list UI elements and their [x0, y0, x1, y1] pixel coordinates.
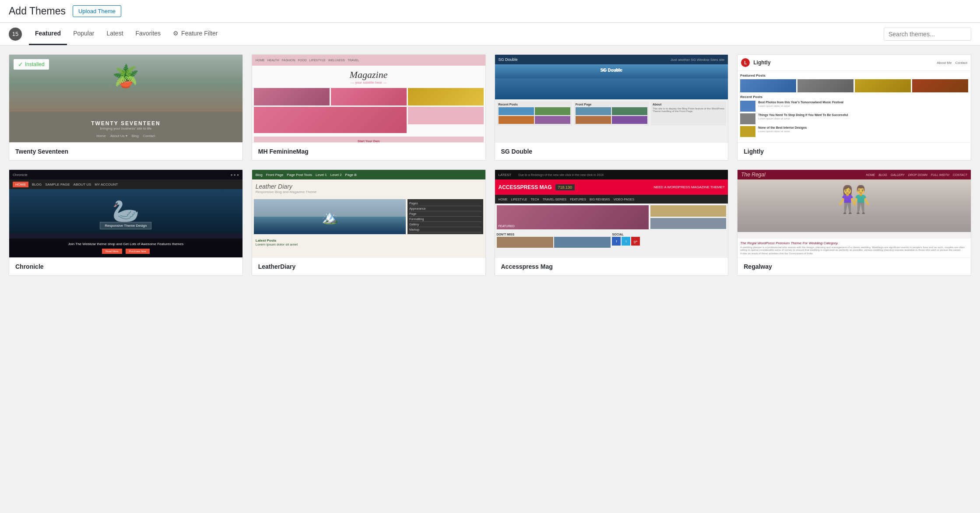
theme-preview: BlogFront PagePage Post ToolsLevel 1Leve… [252, 170, 485, 257]
theme-card-mh-femininemag[interactable]: HOMEHEALTHFASHIONFOODLIFESTYLEWELLNESSTR… [252, 54, 486, 161]
search-wrap [884, 24, 971, 44]
theme-name: LeatherDiary [252, 257, 485, 275]
theme-card-accesspress-mag[interactable]: LATEST Due to a Redesign of the new site… [495, 169, 729, 276]
theme-preview: HOMEHEALTHFASHIONFOODLIFESTYLEWELLNESSTR… [252, 55, 485, 142]
theme-card-twenty-seventeen[interactable]: 🪴 TWENTY SEVENTEEN bringing your busines… [9, 54, 243, 161]
theme-preview: The Regal HOME BLOG GALLERY DROP DOWN FU… [738, 170, 971, 257]
upload-theme-button[interactable]: Upload Theme [73, 5, 121, 17]
theme-name: MH FeminineMag [252, 142, 485, 160]
theme-name: Chronicle [9, 257, 242, 275]
tab-favorites[interactable]: Favorites [130, 23, 167, 45]
theme-name: Regalway [738, 257, 971, 275]
gear-icon: ⚙ [173, 30, 179, 37]
nav-tabs: Featured Popular Latest Favorites ⚙ Feat… [29, 23, 224, 45]
theme-preview: Chronicle ● ● ● HOME BLOG SAMPLE PAGE AB… [9, 170, 242, 257]
theme-name: Accesspress Mag [495, 257, 728, 275]
page-title: Add Themes [9, 5, 66, 17]
theme-preview: 🪴 TWENTY SEVENTEEN bringing your busines… [9, 55, 242, 142]
installed-label: Installed [25, 61, 45, 67]
tab-popular[interactable]: Popular [67, 23, 100, 45]
nav-bar: 15 Featured Popular Latest Favorites ⚙ F… [0, 23, 980, 46]
installed-badge: ✓ Installed [14, 59, 49, 70]
theme-count-badge: 15 [9, 28, 22, 41]
theme-card-leatherdiary[interactable]: BlogFront PagePage Post ToolsLevel 1Leve… [252, 169, 486, 276]
themes-grid: 🪴 TWENTY SEVENTEEN bringing your busines… [0, 46, 980, 285]
tab-feature-filter[interactable]: ⚙ Feature Filter [167, 23, 224, 45]
theme-card-regalway[interactable]: The Regal HOME BLOG GALLERY DROP DOWN FU… [737, 169, 971, 276]
top-bar: Add Themes Upload Theme [0, 0, 980, 23]
search-input[interactable] [884, 28, 971, 41]
theme-card-chronicle[interactable]: Chronicle ● ● ● HOME BLOG SAMPLE PAGE AB… [9, 169, 243, 276]
tab-featured[interactable]: Featured [29, 23, 67, 45]
tab-feature-filter-label: Feature Filter [181, 30, 218, 37]
theme-card-sg-double[interactable]: SG Double Just another SG Window Sites s… [495, 54, 729, 161]
theme-name: SG Double [495, 142, 728, 160]
theme-preview: SG Double Just another SG Window Sites s… [495, 55, 728, 142]
theme-preview: L Lightly About Me Contact Featured Post… [738, 55, 971, 142]
theme-name: Twenty Seventeen [9, 142, 242, 160]
tab-latest[interactable]: Latest [100, 23, 129, 45]
theme-card-lightly[interactable]: L Lightly About Me Contact Featured Post… [737, 54, 971, 161]
theme-preview: LATEST Due to a Redesign of the new site… [495, 170, 728, 257]
theme-name: Lightly [738, 142, 971, 160]
check-icon: ✓ [18, 61, 23, 68]
